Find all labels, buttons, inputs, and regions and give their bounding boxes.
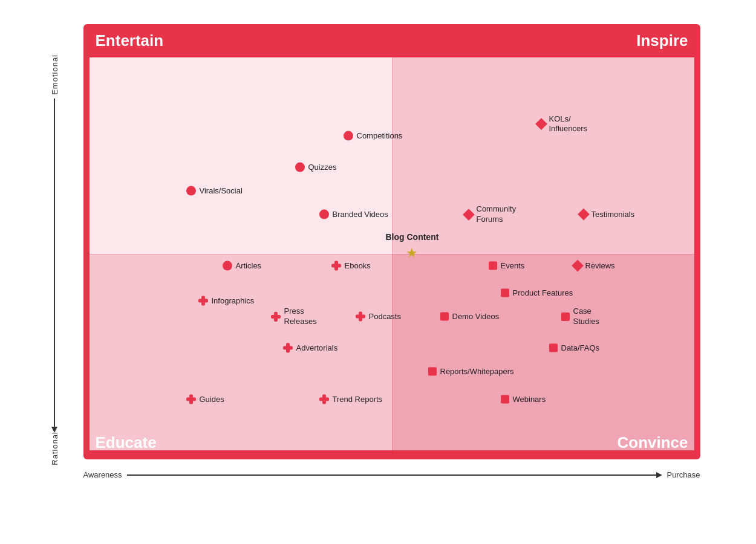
item-label-infographics: Infographics (212, 296, 255, 306)
item-label-case-studies: Case Studies (573, 306, 599, 327)
item-demo-videos: Demo Videos (440, 312, 500, 322)
circle-icon-virals (186, 186, 196, 196)
diamond-icon-kols (535, 118, 547, 131)
item-reviews: Reviews (573, 261, 615, 271)
quadrant-label-entertain: Entertain (96, 31, 164, 50)
item-guides: Guides (186, 394, 224, 404)
cross-icon-press-releases (271, 312, 281, 322)
x-axis-left-label: Awareness (83, 470, 122, 479)
item-case-studies: Case Studies (561, 306, 599, 327)
square-icon-events (489, 261, 497, 270)
item-advertorials: Advertorials (283, 343, 338, 354)
item-label-quizzes: Quizzes (308, 163, 337, 173)
item-articles: Articles (223, 261, 262, 271)
cross-icon-trend-reports (319, 394, 329, 404)
star-icon: ★ (406, 247, 418, 260)
item-label-trend-reports: Trend Reports (333, 394, 383, 404)
square-icon-data-faqs (549, 344, 558, 352)
item-branded-videos: Branded Videos (319, 210, 388, 220)
diamond-icon-testimonials (578, 209, 590, 221)
item-label-press-releases: Press Releases (284, 306, 317, 327)
item-webinars: Webinars (501, 394, 546, 404)
x-axis-line (127, 474, 657, 476)
item-testimonials: Testimonials (579, 210, 635, 220)
square-icon-case-studies (561, 312, 570, 321)
y-axis: Emotional Rational (45, 54, 64, 465)
chart-main: Entertain Inspire Educate Convince Compe… (83, 24, 700, 465)
item-competitions: Competitions (344, 131, 403, 141)
item-community-forums: Community Forums (464, 204, 516, 225)
item-label-reviews: Reviews (585, 261, 615, 271)
item-kols: KOLs/ Influencers (537, 114, 588, 135)
quadrant-label-educate: Educate (96, 433, 157, 452)
item-trend-reports: Trend Reports (319, 394, 383, 404)
x-axis-right-label: Purchase (667, 470, 700, 479)
cross-icon-podcasts (356, 312, 365, 322)
item-product-features: Product Features (501, 288, 573, 299)
item-reports-whitepapers: Reports/Whitepapers (428, 367, 514, 377)
item-label-guides: Guides (200, 394, 224, 404)
y-axis-bottom-label: Rational (50, 432, 59, 465)
chart-wrapper: Emotional Rational Entertain Inspire Edu… (45, 24, 711, 520)
item-label-product-features: Product Features (513, 288, 573, 299)
y-axis-top-label: Emotional (50, 54, 59, 95)
item-label-virals: Virals/Social (200, 186, 243, 196)
square-icon-product-features (501, 289, 509, 297)
item-label-data-faqs: Data/FAQs (561, 343, 600, 354)
item-label-ebooks: Ebooks (345, 261, 371, 271)
diamond-icon-community-forums (463, 209, 475, 221)
cross-icon-guides (186, 394, 196, 404)
cross-icon-infographics (198, 296, 208, 306)
item-label-podcasts: Podcasts (369, 312, 401, 322)
item-podcasts: Podcasts (356, 312, 401, 322)
item-label-competitions: Competitions (357, 131, 403, 141)
quadrant-label-convince: Convince (617, 433, 688, 452)
circle-icon-quizzes (295, 163, 305, 172)
item-label-branded-videos: Branded Videos (333, 210, 388, 220)
item-virals: Virals/Social (186, 186, 243, 196)
circle-icon-articles (223, 261, 232, 270)
x-axis: Awareness Purchase (83, 470, 700, 479)
item-label-community-forums: Community Forums (477, 204, 516, 225)
quadrant-label-inspire: Inspire (636, 31, 688, 50)
items-container: CompetitionsKOLs/ InfluencersQuizzesVira… (90, 57, 694, 450)
item-label-kols: KOLs/ Influencers (549, 114, 588, 135)
item-quizzes: Quizzes (295, 163, 337, 173)
item-infographics: Infographics (198, 296, 255, 306)
item-blog-content: Blog Content★ (386, 232, 439, 260)
item-label-events: Events (501, 261, 525, 271)
item-label-articles: Articles (236, 261, 262, 271)
item-label-webinars: Webinars (513, 394, 546, 404)
diamond-icon-reviews (572, 260, 584, 272)
item-label-reports-whitepapers: Reports/Whitepapers (440, 367, 514, 377)
cross-icon-advertorials (283, 343, 293, 353)
item-label-blog-content: Blog Content (386, 232, 439, 242)
item-label-testimonials: Testimonials (591, 210, 635, 220)
circle-icon-competitions (344, 131, 353, 141)
item-events: Events (489, 261, 525, 271)
item-ebooks: Ebooks (331, 261, 371, 271)
item-label-demo-videos: Demo Videos (452, 312, 500, 322)
circle-icon-branded-videos (319, 210, 329, 219)
square-icon-webinars (501, 395, 509, 403)
item-press-releases: Press Releases (271, 306, 317, 327)
item-data-faqs: Data/FAQs (549, 343, 600, 354)
item-label-advertorials: Advertorials (296, 343, 338, 354)
cross-icon-ebooks (331, 261, 341, 270)
square-icon-reports-whitepapers (428, 368, 437, 376)
y-axis-arrow (54, 99, 55, 428)
square-icon-demo-videos (440, 312, 449, 321)
